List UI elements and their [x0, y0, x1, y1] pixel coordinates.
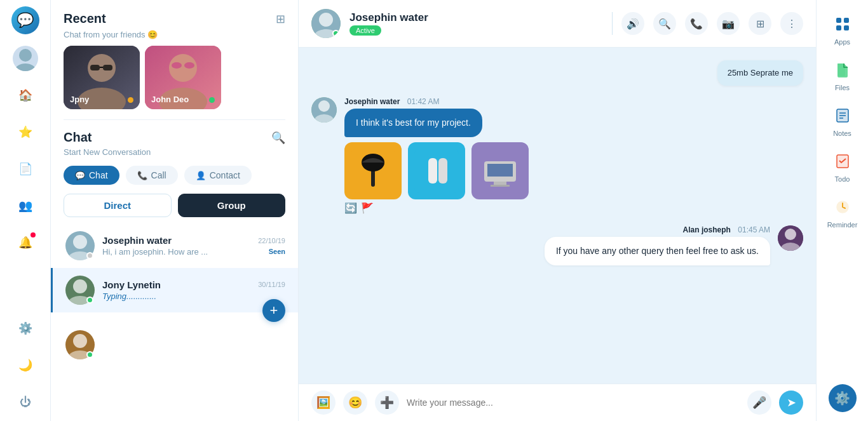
- segment-direct[interactable]: Direct: [64, 194, 172, 217]
- chat-topbar: Josephin water Active 🔊 🔍 📞 📷 ⊞ ⋮: [299, 0, 816, 48]
- message-input[interactable]: [407, 398, 740, 408]
- notification-badge: [31, 232, 36, 237]
- right-sidebar: Apps Files Notes Todo Reminder ⚙️: [816, 0, 868, 421]
- mic-button[interactable]: 🎤: [747, 391, 771, 415]
- theme-nav-btn[interactable]: 🌙: [13, 352, 38, 378]
- react-refresh-icon[interactable]: 🔄: [344, 202, 357, 214]
- svg-point-12: [184, 62, 194, 69]
- svg-point-1: [15, 63, 36, 71]
- right-nav-apps[interactable]: Apps: [817, 9, 868, 53]
- chat-list-item-extra[interactable]: [51, 312, 298, 367]
- topbar-avatar: [311, 9, 341, 38]
- tab-contact[interactable]: 👤 Contact: [184, 166, 252, 185]
- chat-input-area: 🖼️ 😊 ➕ 🎤 ➤: [299, 384, 816, 421]
- power-nav-btn[interactable]: ⏻: [13, 389, 38, 415]
- emoji-icon: 🖼️: [316, 396, 330, 410]
- more-icon: ⋮: [787, 18, 797, 30]
- chat-item-name: Josephin water: [102, 235, 172, 246]
- attach-icon: ➕: [380, 396, 394, 410]
- svg-rect-5: [90, 65, 100, 70]
- svg-rect-39: [836, 18, 841, 23]
- svg-point-17: [73, 334, 87, 348]
- bell-nav-btn[interactable]: 🔔: [13, 230, 38, 255]
- msg-sender-alan: Alan josheph: [683, 225, 731, 234]
- right-nav-files[interactable]: Files: [817, 55, 868, 99]
- send-button[interactable]: ➤: [779, 391, 803, 415]
- topbar-info: Josephin water Active: [349, 11, 603, 36]
- star-nav-btn[interactable]: ⭐: [13, 119, 38, 145]
- topbar-divider: [612, 12, 613, 35]
- emoji-button[interactable]: 🖼️: [311, 391, 336, 415]
- topbar-contact-name: Josephin water: [349, 11, 603, 24]
- chat-subtitle: Start New Conversation: [64, 147, 285, 157]
- bell-icon: 🔔: [18, 236, 32, 250]
- msg-avatar-josephin: [311, 97, 337, 123]
- chat-avatar-jony: [65, 276, 95, 305]
- svg-rect-34: [494, 182, 506, 185]
- msg-body-josephin: Josephin water 01:42 AM I think it's bes…: [344, 97, 529, 214]
- avatar-status-offline: [86, 252, 93, 259]
- photo-label-jpny: Jpny: [70, 95, 89, 104]
- svg-rect-29: [428, 158, 437, 184]
- msg-avatar-alan: [778, 225, 803, 251]
- chat-section: Chat 🔍 Start New Conversation 💬 Chat 📞 C…: [51, 120, 298, 224]
- message-outgoing-alan: Alan josheph 01:45 AM If you have any ot…: [311, 225, 803, 265]
- segment-group[interactable]: Group: [178, 194, 286, 217]
- photo-dot-johndeo: [209, 97, 215, 103]
- topbar-search-button[interactable]: 🔍: [653, 12, 676, 35]
- left-nav: 💬 🏠 ⭐ 📄 👥 🔔 ⚙️ 🌙 ⏻: [0, 0, 51, 421]
- chat-avatar-extra: [65, 330, 95, 359]
- msg-text-josephin: I think it's best for my project.: [356, 117, 471, 128]
- svg-point-20: [319, 13, 333, 27]
- app-logo[interactable]: 💬: [11, 6, 39, 34]
- chat-tab-icon: 💬: [75, 171, 85, 180]
- msg-react-row: 🔄 🚩: [344, 202, 529, 214]
- reminder-icon: [835, 199, 850, 218]
- video-button[interactable]: 📷: [717, 12, 740, 35]
- phone-button[interactable]: 📞: [685, 12, 708, 35]
- msg-image-1[interactable]: [344, 142, 402, 199]
- chat-item-preview-jony: Typing.............: [102, 291, 156, 301]
- svg-rect-35: [491, 185, 510, 187]
- svg-point-13: [73, 235, 87, 249]
- msg-image-3[interactable]: [471, 142, 529, 199]
- recent-title: Recent: [64, 11, 106, 26]
- mute-button[interactable]: 🔊: [621, 12, 644, 35]
- msg-images-josephin: [344, 142, 529, 199]
- file-nav-btn[interactable]: 📄: [13, 156, 38, 182]
- msg-bubble-alan: If you have any other query then feel fr…: [545, 237, 770, 265]
- chat-tabs: 💬 Chat 📞 Call 👤 Contact: [64, 166, 285, 185]
- svg-point-15: [73, 279, 87, 293]
- new-chat-button[interactable]: +: [262, 299, 285, 322]
- recent-photo-jpny[interactable]: Jpny: [64, 46, 140, 109]
- recent-grid-icon[interactable]: ⊞: [276, 12, 285, 26]
- msg-image-2[interactable]: [408, 142, 465, 199]
- user-avatar[interactable]: [13, 46, 38, 71]
- chat-search-button[interactable]: 🔍: [271, 131, 285, 145]
- tab-call[interactable]: 📞 Call: [126, 166, 178, 185]
- attach-button[interactable]: ➕: [375, 391, 399, 415]
- todo-icon: [835, 154, 850, 173]
- chat-list-item[interactable]: Josephin water 22/10/19 Hi, i am josephi…: [51, 224, 298, 268]
- right-nav-reminder[interactable]: Reminder: [817, 192, 868, 236]
- star-icon: ⭐: [18, 125, 32, 139]
- tab-chat-label: Chat: [89, 170, 108, 180]
- chat-list-item-active[interactable]: Jony Lynetin 30/11/19 Typing............…: [51, 268, 298, 312]
- avatar-status-extra: [86, 351, 93, 358]
- more-options-button[interactable]: ⋮: [780, 12, 803, 35]
- right-nav-notes[interactable]: Notes: [817, 100, 868, 145]
- svg-rect-33: [487, 164, 513, 177]
- settings-nav-btn[interactable]: ⚙️: [13, 316, 38, 341]
- settings-fab-button[interactable]: ⚙️: [829, 384, 857, 412]
- right-nav-todo[interactable]: Todo: [817, 146, 868, 190]
- sticker-button[interactable]: 😊: [343, 391, 367, 415]
- message-outgoing-file: 25mb Seprate me: [311, 60, 803, 86]
- react-flag-icon[interactable]: 🚩: [361, 202, 374, 214]
- group-nav-btn[interactable]: 👥: [13, 193, 38, 218]
- tab-chat[interactable]: 💬 Chat: [64, 166, 119, 185]
- msg-time-josephin: 01:42 AM: [407, 97, 440, 106]
- apps-topbar-button[interactable]: ⊞: [749, 12, 771, 35]
- recent-photo-johndeo[interactable]: John Deo: [145, 46, 221, 109]
- svg-point-23: [318, 100, 330, 112]
- home-nav-btn[interactable]: 🏠: [13, 83, 38, 108]
